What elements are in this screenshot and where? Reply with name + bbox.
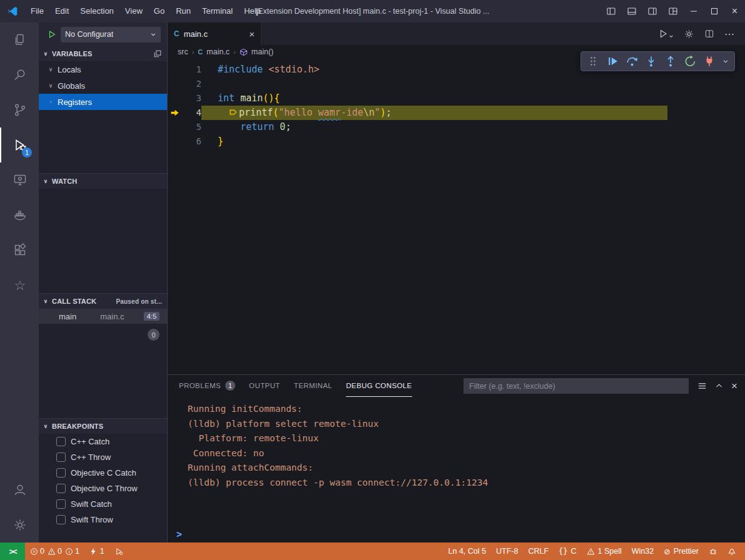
menu-file[interactable]: File — [25, 0, 49, 22]
restart-button[interactable] — [683, 54, 697, 69]
breadcrumb-src[interactable]: src — [178, 48, 188, 56]
menu-selection[interactable]: Selection — [74, 0, 119, 22]
bug-icon[interactable] — [704, 542, 722, 560]
step-out-button[interactable] — [664, 54, 677, 69]
breakpoint-checkbox[interactable] — [56, 468, 66, 478]
problems-status[interactable]: 0 0 1 — [25, 542, 84, 560]
toggle-panel-icon[interactable] — [621, 0, 642, 22]
remote-indicator[interactable]: >< — [0, 542, 25, 560]
activity-run-debug[interactable]: 1 — [0, 128, 39, 162]
variables-item-locals[interactable]: ∨Locals — [39, 61, 167, 78]
step-over-button[interactable] — [625, 54, 639, 69]
formatter-status[interactable]: ⊘Prettier — [659, 542, 704, 560]
menu-edit[interactable]: Edit — [49, 0, 74, 22]
filter-lines-icon[interactable] — [697, 381, 707, 391]
breakpoint-gutter[interactable] — [168, 91, 181, 106]
breakpoint-item[interactable]: C++ Catch — [39, 434, 167, 449]
code-line[interactable]: 5 return 0; — [168, 120, 745, 134]
menu-go[interactable]: Go — [148, 0, 170, 22]
line-number[interactable]: 5 — [181, 120, 201, 134]
code-line[interactable]: 3int main(){ — [168, 91, 745, 106]
close-panel-icon[interactable]: × — [731, 380, 737, 392]
minimize-button[interactable] — [683, 0, 704, 22]
toolbar-grip-icon[interactable] — [586, 54, 600, 69]
config-dropdown[interactable]: No Configurat — [61, 27, 161, 42]
call-stack-header[interactable]: ∨ CALL STACK Paused on st... — [39, 293, 167, 309]
platform-status[interactable]: Win32 — [627, 542, 659, 560]
language-mode[interactable]: {}C — [554, 542, 581, 560]
breakpoint-gutter[interactable] — [168, 134, 181, 149]
breakpoint-gutter[interactable] — [168, 77, 181, 91]
watch-header[interactable]: ∨ WATCH — [39, 173, 167, 189]
breadcrumb-symbol[interactable]: main() — [251, 48, 273, 56]
line-number[interactable]: 2 — [181, 77, 201, 91]
activity-account[interactable] — [0, 472, 39, 508]
stack-frame-row[interactable]: main main.c 4:5 — [39, 309, 167, 324]
tab-close-icon[interactable]: × — [249, 29, 255, 39]
breakpoint-gutter[interactable] — [168, 106, 181, 120]
breadcrumb-file[interactable]: main.c — [206, 48, 230, 56]
ports-status[interactable]: 1 — [84, 542, 109, 560]
activity-source-control[interactable] — [0, 92, 39, 128]
activity-docker[interactable] — [0, 198, 39, 232]
activity-marketplace-star[interactable]: ☆ — [0, 268, 39, 302]
disconnect-button[interactable] — [702, 54, 716, 69]
breakpoint-item[interactable]: Swift Throw — [39, 512, 167, 528]
variables-item-registers[interactable]: ›Registers — [39, 94, 167, 110]
code-editor[interactable]: 1#include <stdio.h>23int main(){4 printf… — [168, 59, 745, 374]
gear-icon[interactable] — [684, 29, 694, 39]
activity-explorer[interactable] — [0, 22, 39, 58]
activity-search[interactable] — [0, 58, 39, 92]
start-debugging-button[interactable] — [48, 30, 56, 39]
activity-remote-explorer[interactable] — [0, 162, 39, 198]
menu-terminal[interactable]: Terminal — [196, 0, 238, 22]
code-line[interactable]: 2 — [168, 77, 745, 91]
debug-session-dropdown-icon[interactable] — [722, 54, 729, 69]
panel-tab-problems[interactable]: PROBLEMS1 — [179, 376, 235, 397]
variables-header[interactable]: ∨ VARIABLES — [39, 46, 167, 61]
panel-tab-output[interactable]: OUTPUT — [249, 376, 280, 397]
breakpoint-checkbox[interactable] — [56, 484, 66, 493]
collapse-all-icon[interactable] — [153, 49, 162, 58]
maximize-button[interactable] — [704, 0, 724, 22]
tab-main-c[interactable]: C main.c × — [168, 22, 261, 45]
panel-tab-terminal[interactable]: TERMINAL — [294, 376, 332, 397]
run-file-button[interactable] — [658, 29, 674, 39]
breakpoint-gutter[interactable] — [168, 120, 181, 134]
maximize-panel-icon[interactable] — [715, 382, 723, 390]
activity-extensions[interactable] — [0, 232, 39, 268]
breakpoint-item[interactable]: Objective C Throw — [39, 481, 167, 496]
line-number[interactable]: 6 — [181, 134, 201, 149]
toggle-secondary-sidebar-icon[interactable] — [642, 0, 662, 22]
code-line[interactable]: 4 printf("hello wamr-ide\n"); — [168, 106, 745, 120]
toggle-sidebar-icon[interactable] — [601, 0, 621, 22]
breakpoint-item[interactable]: Swift Catch — [39, 496, 167, 512]
line-number[interactable]: 4 — [181, 106, 201, 120]
activity-settings[interactable] — [0, 508, 39, 542]
variables-item-globals[interactable]: ∨Globals — [39, 78, 167, 94]
breakpoint-checkbox[interactable] — [56, 515, 66, 524]
continue-button[interactable] — [606, 54, 619, 69]
console-filter-input[interactable] — [464, 378, 689, 394]
breakpoint-item[interactable]: C++ Throw — [39, 449, 167, 465]
spell-status[interactable]: 1 Spell — [582, 542, 627, 560]
panel-tab-debug-console[interactable]: DEBUG CONSOLE — [346, 376, 412, 397]
split-editor-icon[interactable] — [704, 29, 714, 39]
debug-status-icon[interactable] — [109, 542, 129, 560]
breakpoint-checkbox[interactable] — [56, 499, 66, 509]
menu-run[interactable]: Run — [170, 0, 196, 22]
close-button[interactable]: × — [724, 0, 745, 22]
debug-console-output[interactable]: Running initCommands:(lldb) platform sel… — [168, 397, 745, 526]
more-actions-icon[interactable]: ⋯ — [724, 28, 735, 40]
breakpoints-header[interactable]: ∨ BREAKPOINTS — [39, 418, 167, 434]
line-number[interactable]: 3 — [181, 91, 201, 106]
menu-view[interactable]: View — [119, 0, 148, 22]
customize-layout-icon[interactable] — [662, 0, 683, 22]
line-number[interactable]: 1 — [181, 62, 201, 77]
encoding-status[interactable]: UTF-8 — [491, 542, 523, 560]
code-line[interactable]: 6} — [168, 134, 745, 149]
breakpoint-item[interactable]: Objective C Catch — [39, 465, 167, 481]
console-input-row[interactable]: > — [168, 526, 745, 542]
cursor-position[interactable]: Ln 4, Col 5 — [443, 542, 491, 560]
bell-icon[interactable] — [722, 542, 741, 560]
